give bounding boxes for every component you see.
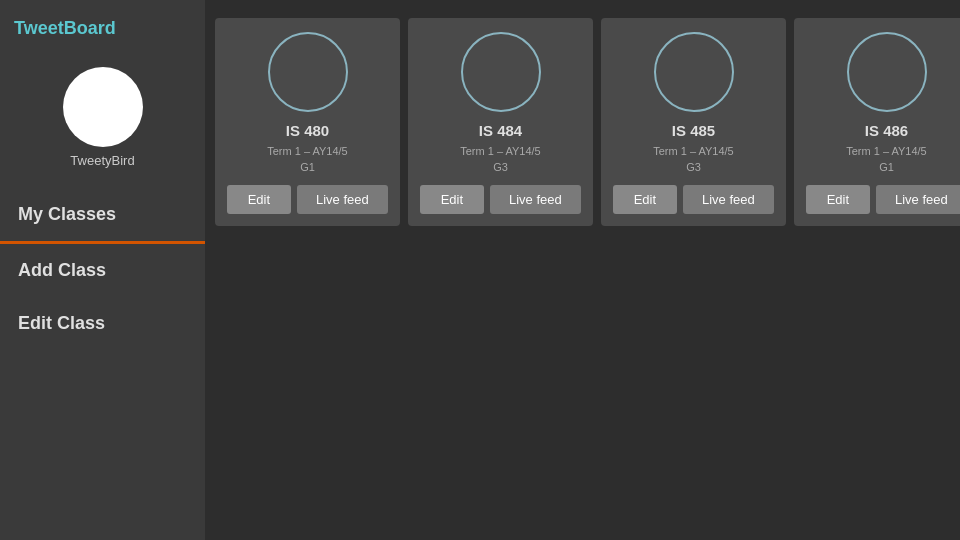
livefeed-button-is480[interactable]: Live feed (297, 185, 388, 214)
class-name-is480: IS 480 (286, 122, 329, 139)
edit-button-is485[interactable]: Edit (613, 185, 677, 214)
sidebar-item-my-classes[interactable]: My Classes (0, 188, 205, 244)
edit-button-is480[interactable]: Edit (227, 185, 291, 214)
edit-button-is486[interactable]: Edit (806, 185, 870, 214)
class-group-is486: G1 (879, 161, 894, 173)
avatar (63, 67, 143, 147)
class-group-is480: G1 (300, 161, 315, 173)
sidebar-item-edit-class[interactable]: Edit Class (0, 297, 205, 350)
class-icon-is484 (461, 32, 541, 112)
class-name-is486: IS 486 (865, 122, 908, 139)
class-term-is484: Term 1 – AY14/5 (460, 145, 541, 157)
class-actions-is485: Edit Live feed (613, 185, 774, 214)
class-actions-is484: Edit Live feed (420, 185, 581, 214)
class-icon-is485 (654, 32, 734, 112)
class-icon-is480 (268, 32, 348, 112)
class-icon-is486 (847, 32, 927, 112)
class-actions-is480: Edit Live feed (227, 185, 388, 214)
class-group-is484: G3 (493, 161, 508, 173)
livefeed-button-is485[interactable]: Live feed (683, 185, 774, 214)
class-term-is486: Term 1 – AY14/5 (846, 145, 927, 157)
user-name: TweetyBird (70, 153, 134, 168)
class-card-is484: IS 484 Term 1 – AY14/5 G3 Edit Live feed (408, 18, 593, 226)
sidebar: TweetBoard TweetyBird My Classes Add Cla… (0, 0, 205, 540)
livefeed-button-is486[interactable]: Live feed (876, 185, 960, 214)
class-actions-is486: Edit Live feed (806, 185, 960, 214)
class-card-is485: IS 485 Term 1 – AY14/5 G3 Edit Live feed (601, 18, 786, 226)
sidebar-nav: My Classes Add Class Edit Class (0, 188, 205, 350)
class-card-is480: IS 480 Term 1 – AY14/5 G1 Edit Live feed (215, 18, 400, 226)
main-content: IS 480 Term 1 – AY14/5 G1 Edit Live feed… (205, 0, 960, 540)
class-term-is485: Term 1 – AY14/5 (653, 145, 734, 157)
class-card-is486: IS 486 Term 1 – AY14/5 G1 Edit Live feed (794, 18, 960, 226)
app-title: TweetBoard (0, 10, 130, 47)
classes-grid: IS 480 Term 1 – AY14/5 G1 Edit Live feed… (215, 18, 950, 226)
class-name-is485: IS 485 (672, 122, 715, 139)
class-term-is480: Term 1 – AY14/5 (267, 145, 348, 157)
livefeed-button-is484[interactable]: Live feed (490, 185, 581, 214)
class-name-is484: IS 484 (479, 122, 522, 139)
class-group-is485: G3 (686, 161, 701, 173)
sidebar-item-add-class[interactable]: Add Class (0, 244, 205, 297)
edit-button-is484[interactable]: Edit (420, 185, 484, 214)
